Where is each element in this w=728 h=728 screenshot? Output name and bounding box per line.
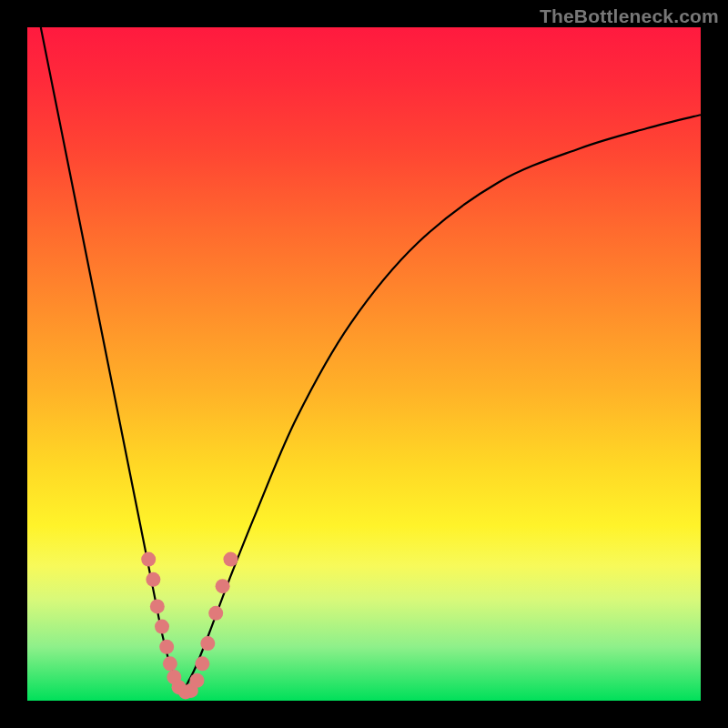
curve-right-branch	[182, 115, 701, 693]
highlight-dot	[208, 606, 223, 621]
curve-group	[41, 27, 701, 694]
chart-svg	[27, 27, 701, 701]
highlight-dot	[216, 579, 230, 593]
highlight-dot	[195, 656, 209, 671]
highlight-dot	[150, 599, 165, 613]
outer-frame: TheBottleneck.com	[0, 0, 728, 728]
curve-left-branch	[41, 27, 182, 694]
highlight-dot	[155, 620, 169, 634]
highlight-dot	[223, 552, 238, 567]
highlight-dot	[141, 552, 156, 567]
highlight-dot	[189, 673, 204, 688]
highlight-dot	[163, 656, 177, 671]
highlight-dot	[200, 636, 215, 651]
watermark-label: TheBottleneck.com	[540, 5, 719, 27]
plot-area	[27, 27, 701, 701]
highlight-dot	[159, 640, 174, 654]
highlight-dot	[146, 572, 160, 587]
